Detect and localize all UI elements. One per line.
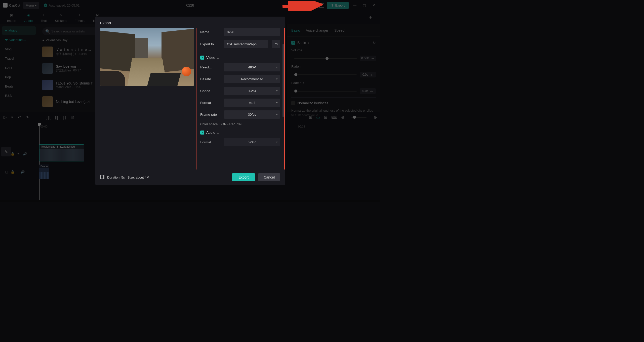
export-footer-info: 🎞 Duration: 5s | Size: about 4M: [100, 175, 149, 180]
framerate-select[interactable]: 30fps▾: [224, 110, 280, 119]
export-name-input[interactable]: [224, 28, 280, 36]
chevron-up-icon: ▴: [217, 56, 219, 59]
film-icon: 🎞: [100, 175, 105, 180]
export-path-input[interactable]: C:/Users/Admin/App…: [224, 40, 268, 48]
export-preview-image: [100, 28, 194, 86]
resolution-select[interactable]: 480P▾: [224, 63, 280, 71]
folder-icon: 🗀: [274, 42, 278, 46]
colorspace-info: Color space: SDR - Rec.709: [200, 122, 280, 126]
chevron-down-icon: ▾: [276, 77, 278, 81]
chevron-down-icon: ▾: [276, 89, 278, 93]
video-export-checkbox[interactable]: ✓: [200, 56, 204, 60]
chevron-down-icon: ▾: [276, 141, 278, 144]
format-select[interactable]: mp4▾: [224, 99, 280, 107]
export-form: Name Export to C:/Users/Admin/App… 🗀 ✓Vi…: [200, 28, 280, 169]
chevron-down-icon: ▾: [276, 113, 278, 116]
chevron-down-icon: ▾: [276, 66, 278, 69]
scrollbar[interactable]: [283, 44, 284, 117]
export-modal: Export Name Export to C:/Users/Admin: [95, 17, 285, 185]
modal-export-button[interactable]: Export: [232, 173, 255, 181]
chevron-down-icon: ▾: [276, 101, 278, 104]
chevron-up-icon: ▴: [217, 131, 219, 134]
browse-folder-button[interactable]: 🗀: [272, 40, 280, 48]
audio-format-select[interactable]: WAV▾: [224, 138, 280, 146]
modal-cancel-button[interactable]: Cancel: [258, 173, 280, 181]
audio-export-checkbox[interactable]: ✓: [200, 131, 204, 135]
codec-select[interactable]: H.264▾: [224, 87, 280, 95]
bitrate-select[interactable]: Recommended▾: [224, 75, 280, 83]
modal-title: Export: [95, 17, 285, 28]
